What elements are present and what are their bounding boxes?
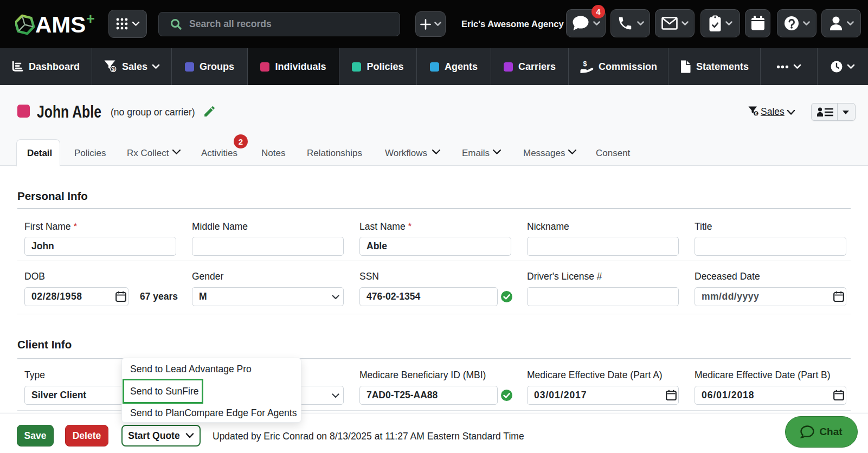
svg-text:AMS: AMS — [35, 12, 86, 37]
svg-text:$: $ — [112, 66, 115, 72]
svg-text:$: $ — [755, 111, 757, 117]
svg-text:+: + — [86, 12, 95, 27]
svg-text:$: $ — [583, 60, 587, 68]
